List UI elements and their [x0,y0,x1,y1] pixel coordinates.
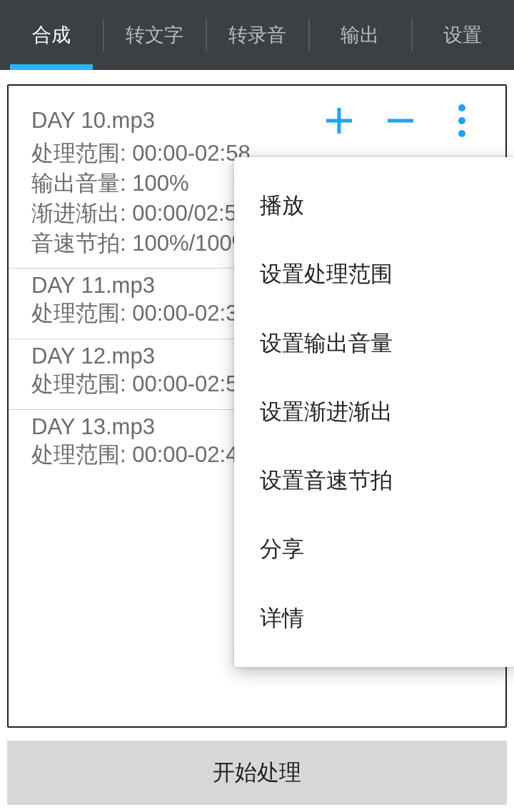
start-processing-button[interactable]: 开始处理 [7,741,507,805]
context-menu: 播放 设置处理范围 设置输出音量 设置渐进渐出 设置音速节拍 分享 详情 [234,157,514,667]
menu-details[interactable]: 详情 [234,584,514,653]
more-icon[interactable] [444,103,480,139]
menu-set-fade[interactable]: 设置渐进渐出 [234,378,514,446]
tab-compose[interactable]: 合成 [0,0,103,70]
menu-set-tempo[interactable]: 设置音速节拍 [234,446,514,515]
file-name: DAY 10.mp3 [31,108,321,134]
remove-icon[interactable] [383,103,418,139]
menu-share[interactable]: 分享 [234,515,514,583]
tab-bar: 合成 转文字 转录音 输出 设置 [0,0,514,70]
menu-set-volume[interactable]: 设置输出音量 [234,309,514,378]
tab-settings[interactable]: 设置 [411,0,514,70]
tab-to-text[interactable]: 转文字 [103,0,206,70]
menu-play[interactable]: 播放 [234,171,514,240]
tab-output[interactable]: 输出 [308,0,411,70]
tab-to-recording[interactable]: 转录音 [206,0,308,70]
menu-set-range[interactable]: 设置处理范围 [234,240,514,309]
add-icon[interactable] [321,103,357,139]
